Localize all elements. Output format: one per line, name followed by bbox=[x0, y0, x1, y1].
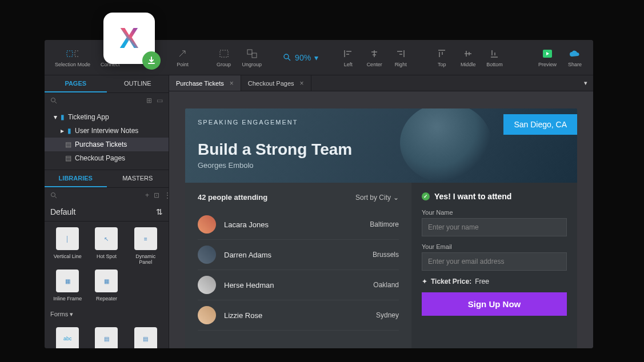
widget-form-3[interactable]: ▤ bbox=[129, 327, 163, 348]
canvas-tabs-dropdown[interactable]: ▾ bbox=[578, 75, 593, 91]
align-center-label: Center bbox=[367, 62, 382, 67]
widget-label: Inline Frame bbox=[53, 296, 82, 301]
group-button[interactable]: Group bbox=[213, 46, 235, 70]
page-icon: ▤ bbox=[65, 140, 71, 148]
avatar bbox=[198, 306, 216, 324]
tree-root[interactable]: ▾▮Ticketing App bbox=[45, 110, 169, 124]
widget-form-1[interactable]: abc bbox=[50, 327, 85, 348]
updown-icon: ⇅ bbox=[156, 207, 163, 216]
iframe-icon: ▦ bbox=[56, 270, 79, 292]
avatar bbox=[198, 215, 216, 234]
share-button[interactable]: Share bbox=[563, 46, 586, 70]
align-middle-button[interactable]: Middle bbox=[457, 46, 479, 70]
add-folder-icon[interactable]: ▭ bbox=[157, 96, 163, 104]
email-input[interactable] bbox=[422, 252, 567, 271]
align-left-button[interactable]: Left bbox=[337, 46, 359, 70]
axure-x-icon: X bbox=[119, 22, 138, 55]
align-top-icon bbox=[435, 48, 448, 59]
align-bottom-icon bbox=[488, 48, 501, 59]
textfield-icon: abc bbox=[56, 327, 79, 348]
repeater-icon: ▦ bbox=[95, 270, 118, 292]
align-right-button[interactable]: Right bbox=[389, 46, 412, 70]
tab-libraries[interactable]: LIBRARIES bbox=[45, 170, 107, 187]
settings-icon[interactable]: ⊡ bbox=[154, 191, 159, 199]
align-center-button[interactable]: Center bbox=[363, 46, 386, 70]
tab-masters[interactable]: MASTERS bbox=[107, 170, 169, 187]
widget-dynamic-panel[interactable]: ≡Dynamic Panel bbox=[129, 227, 163, 265]
tree-purchase[interactable]: ▤Purchase Tickets bbox=[45, 138, 169, 151]
close-icon[interactable]: × bbox=[230, 79, 234, 87]
preview-button[interactable]: Preview bbox=[535, 46, 560, 70]
align-bottom-label: Bottom bbox=[486, 62, 503, 67]
hero-person-image bbox=[400, 108, 491, 183]
name-input[interactable] bbox=[422, 218, 567, 236]
attendee-name: Herse Hedman bbox=[224, 281, 373, 289]
tree-root-label: Ticketing App bbox=[68, 113, 109, 121]
point-button[interactable]: Point bbox=[171, 46, 194, 70]
dpanel-icon: ≡ bbox=[134, 227, 157, 250]
sort-dropdown[interactable]: Sort by City ⌄ bbox=[355, 194, 399, 202]
sort-label: Sort by City bbox=[355, 194, 391, 202]
tree-notes[interactable]: ▸▮User Interview Notes bbox=[45, 124, 169, 138]
align-top-button[interactable]: Top bbox=[430, 46, 453, 70]
price-value: Free bbox=[475, 277, 489, 285]
ungroup-button[interactable]: Ungroup bbox=[239, 46, 266, 70]
attendee-row: Darren Adams Brussels bbox=[198, 240, 399, 270]
city-badge: San Diego, CA bbox=[503, 114, 577, 135]
add-page-icon[interactable]: ⊞ bbox=[146, 96, 152, 104]
pages-search-input[interactable] bbox=[62, 97, 142, 104]
attendee-city: Sydney bbox=[376, 311, 399, 319]
hero-section: SPEAKING ENGAGEMENT Build a Strong Team … bbox=[185, 108, 577, 183]
tree-checkout-label: Checkout Pages bbox=[75, 154, 125, 162]
tree-notes-label: User Interview Notes bbox=[75, 127, 138, 135]
hotspot-icon: ↖ bbox=[95, 227, 118, 250]
widget-repeater[interactable]: ▦Repeater bbox=[89, 270, 123, 301]
signup-button[interactable]: Sign Up Now bbox=[422, 292, 567, 316]
ticket-price-row: ✦ Ticket Price: Free bbox=[422, 277, 567, 285]
align-center-icon bbox=[368, 48, 381, 59]
widget-label: Vertical Line bbox=[54, 254, 82, 259]
page-mockup: SPEAKING ENGAGEMENT Build a Strong Team … bbox=[185, 108, 577, 348]
canvas-tab-label: Purchase Tickets bbox=[176, 80, 224, 87]
chevron-down-icon: ▾ bbox=[314, 53, 318, 62]
app-logo-badge: X bbox=[103, 13, 155, 64]
zoom-control[interactable]: 90% ▾ bbox=[283, 53, 318, 62]
forms-section-header[interactable]: Forms ▾ bbox=[45, 307, 169, 321]
download-badge-icon bbox=[142, 51, 161, 70]
align-bottom-button[interactable]: Bottom bbox=[483, 46, 506, 70]
tab-outline[interactable]: OUTLINE bbox=[107, 75, 169, 92]
selection-mode-button[interactable]: Selection Mode bbox=[51, 46, 94, 70]
chevron-right-icon: ▸ bbox=[61, 127, 64, 135]
ticket-icon: ✦ bbox=[422, 277, 427, 285]
library-select[interactable]: Default ⇅ bbox=[45, 203, 169, 222]
widget-form-2[interactable]: ▤ bbox=[89, 327, 123, 348]
canvas-tab-purchase[interactable]: Purchase Tickets × bbox=[169, 75, 241, 91]
search-icon bbox=[50, 192, 57, 199]
add-icon[interactable]: + bbox=[145, 191, 149, 199]
hero-author: Georges Embolo bbox=[198, 161, 565, 170]
canvas-stage[interactable]: SPEAKING ENGAGEMENT Build a Strong Team … bbox=[169, 91, 593, 348]
page-icon: ▤ bbox=[65, 154, 71, 162]
widget-inline-frame[interactable]: ▦Inline Frame bbox=[50, 270, 85, 301]
forms-widget-grid: abc ▤ ▤ bbox=[45, 321, 169, 348]
canvas-tab-checkout[interactable]: Checkout Pages × bbox=[241, 75, 311, 91]
attendees-column: 42 people attending Sort by City ⌄ Lacar… bbox=[185, 183, 411, 348]
attendee-name: Lizzie Rose bbox=[224, 311, 376, 320]
chevron-down-icon: ▾ bbox=[54, 113, 57, 121]
vline-icon: │ bbox=[56, 227, 79, 250]
widget-label: Dynamic Panel bbox=[129, 254, 163, 265]
close-icon[interactable]: × bbox=[300, 79, 304, 87]
svg-rect-0 bbox=[67, 51, 73, 57]
svg-point-9 bbox=[51, 98, 55, 102]
ungroup-icon bbox=[246, 48, 258, 59]
svg-rect-4 bbox=[220, 50, 228, 57]
align-left-icon bbox=[342, 48, 354, 59]
zoom-value: 90% bbox=[295, 53, 311, 62]
canvas-tab-label: Checkout Pages bbox=[248, 80, 294, 87]
libraries-search-input[interactable] bbox=[62, 192, 141, 199]
folder-icon: ▮ bbox=[61, 113, 65, 121]
tree-checkout[interactable]: ▤Checkout Pages bbox=[45, 151, 169, 165]
widget-hotspot[interactable]: ↖Hot Spot bbox=[89, 227, 123, 265]
tab-pages[interactable]: PAGES bbox=[45, 75, 107, 92]
widget-vertical-line[interactable]: │Vertical Line bbox=[50, 227, 85, 265]
